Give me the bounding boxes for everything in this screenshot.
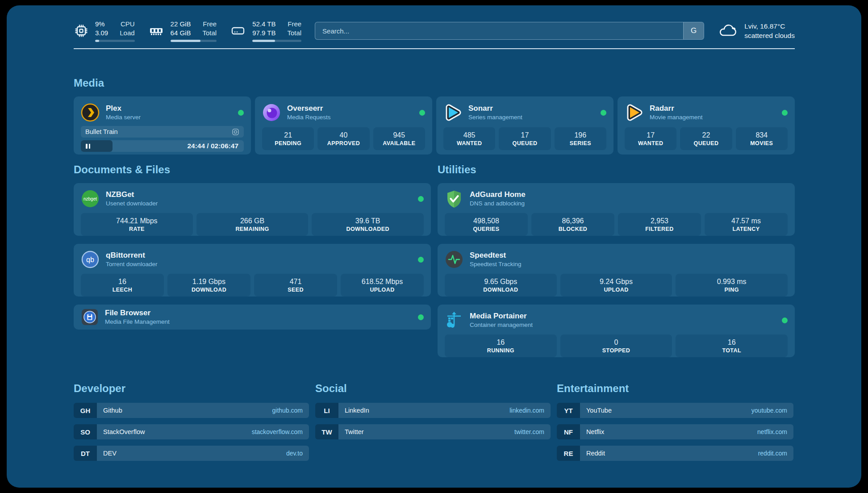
link-twitter[interactable]: TW Twitter twitter.com [315, 424, 551, 439]
section-title-entertainment: Entertainment [557, 382, 793, 395]
link-abbr-badge: YT [557, 403, 580, 418]
link-url: twitter.com [514, 428, 544, 435]
app-card-nzbget[interactable]: nzbget NZBGet Usenet downloader 744.21 M… [74, 183, 431, 236]
stat-value: 16 [83, 277, 161, 286]
stat-label: UPLOAD [563, 286, 670, 294]
stat-label: BLOCKED [534, 226, 612, 233]
stat-value: 86,396 [534, 216, 612, 226]
stat-tile: 86,396 BLOCKED [531, 213, 614, 236]
stat-tile: 0 STOPPED [560, 334, 672, 357]
app-card-portainer[interactable]: Media Portainer Container management 16 … [438, 305, 795, 357]
stat-label: FILTERED [621, 226, 698, 233]
disk-free-label: Free [287, 20, 301, 29]
stat-value: 471 [257, 277, 334, 286]
stat-tile: 9.24 Gbps UPLOAD [560, 274, 672, 297]
cpu-progress-track [95, 40, 135, 42]
status-dot [419, 110, 425, 116]
status-dot [782, 318, 788, 323]
link-url: dev.to [286, 450, 303, 457]
link-netflix[interactable]: NF Netflix netflix.com [557, 424, 793, 439]
link-dev-to[interactable]: DT DEV dev.to [74, 446, 309, 461]
window-frame: 9% 3.09 CPU Load [0, 0, 868, 493]
stat-tile: 40 APPROVED [317, 127, 369, 150]
link-youtube[interactable]: YT YouTube youtube.com [557, 403, 793, 418]
stat-label: APPROVED [320, 140, 367, 147]
playback-time: 24:44 / 02:06:47 [187, 142, 238, 150]
stat-tile: 16 RUNNING [445, 334, 557, 357]
app-subtitle: Movie management [650, 113, 776, 121]
pause-icon[interactable] [86, 144, 90, 149]
app-name: AdGuard Home [470, 190, 788, 200]
stat-tile: 16 TOTAL [676, 334, 788, 357]
search-engine-button[interactable]: G [683, 22, 704, 39]
playback-progress-bar[interactable]: 24:44 / 02:06:47 [81, 140, 244, 152]
link-abbr-badge: RE [557, 446, 580, 461]
section-title-documents: Documents & Files [74, 163, 431, 176]
stat-tile: 498,508 QUERIES [445, 213, 528, 236]
stat-value: 0.993 ms [678, 277, 785, 286]
now-playing-row: Bullet Train [81, 126, 244, 138]
app-subtitle: Speedtest Tracking [470, 260, 788, 268]
cpu-chip-icon [74, 23, 89, 38]
search-input[interactable] [315, 22, 683, 39]
stat-label: LEECH [83, 286, 161, 294]
stat-label: DOWNLOAD [170, 286, 248, 294]
weather-condition: scattered clouds [744, 31, 795, 40]
disk-progress-fill [252, 40, 275, 42]
stat-tile: 945 AVAILABLE [373, 127, 425, 150]
stat-value: 0 [563, 338, 670, 347]
stat-tile: 471 SEED [254, 274, 337, 297]
ram-free-value: 22 GiB [171, 20, 191, 29]
app-card-plex[interactable]: Plex Media server Bullet Train 24:44 / 0… [74, 96, 251, 155]
stat-label: RUNNING [447, 347, 554, 355]
cloud-icon [718, 23, 738, 39]
app-name: qBittorrent [106, 251, 412, 260]
nzbget-logo-icon: nzbget [81, 189, 100, 208]
link-reddit[interactable]: RE Reddit reddit.com [557, 446, 793, 461]
svg-text:nzbget: nzbget [83, 196, 97, 201]
app-subtitle: Media Requests [287, 113, 413, 121]
link-stackoverflow[interactable]: SO StackOverflow stackoverflow.com [74, 424, 309, 439]
app-card-speedtest[interactable]: Speedtest Speedtest Tracking 9.65 Gbps D… [438, 244, 795, 297]
link-github[interactable]: GH Github github.com [74, 403, 309, 418]
link-name: YouTube [586, 407, 612, 414]
cpu-load-label: Load [120, 29, 134, 38]
stat-label: WANTED [446, 140, 492, 147]
link-url: netflix.com [757, 428, 787, 435]
app-card-radarr[interactable]: Radarr Movie management 17 WANTED 22 QUE… [618, 96, 795, 155]
ram-progress-fill [171, 40, 200, 42]
plex-logo-icon [81, 103, 100, 122]
app-subtitle: Torrent downloader [106, 260, 412, 268]
app-subtitle: Media server [106, 113, 232, 121]
system-stats: 9% 3.09 CPU Load [74, 20, 301, 42]
camera-icon[interactable] [232, 128, 239, 136]
app-card-sonarr[interactable]: Sonarr Series management 485 WANTED 17 Q… [436, 96, 613, 155]
app-subtitle: Series management [468, 113, 594, 121]
disk-free-value: 52.4 TB [252, 20, 275, 29]
stat-value: 2,953 [621, 216, 698, 226]
stat-tile: 22 QUEUED [680, 127, 732, 150]
link-linkedin[interactable]: LI LinkedIn linkedin.com [315, 403, 551, 418]
stat-value: 945 [376, 130, 422, 140]
link-name: Reddit [586, 450, 605, 457]
link-url: youtube.com [751, 407, 787, 414]
stat-value: 834 [739, 130, 785, 140]
stat-value: 485 [446, 130, 492, 140]
stat-tile: 834 MOVIES [736, 127, 788, 150]
section-title-utilities: Utilities [438, 163, 795, 176]
app-card-overseerr[interactable]: Overseerr Media Requests 21 PENDING 40 A… [255, 96, 432, 155]
app-card-adguard[interactable]: AdGuard Home DNS and adblocking 498,508 … [438, 183, 795, 236]
weather-widget[interactable]: Lviv, 16.87°C scattered clouds [718, 21, 795, 40]
stat-value: 196 [557, 130, 604, 140]
link-name: Netflix [586, 428, 604, 435]
links-column-social: Social LI LinkedIn linkedin.com TW Twitt… [315, 382, 551, 467]
sonarr-logo-icon [443, 103, 462, 122]
app-card-filebrowser[interactable]: File Browser Media File Management [74, 305, 431, 330]
link-abbr-badge: TW [315, 424, 338, 439]
link-name: LinkedIn [345, 407, 369, 414]
app-card-qbittorrent[interactable]: qb qBittorrent Torrent downloader 16 LEE… [74, 244, 431, 297]
disk-total-label: Total [287, 29, 301, 38]
stat-label: SEED [257, 286, 334, 294]
stat-tile: 0.993 ms PING [676, 274, 788, 297]
stat-label: SERIES [557, 140, 604, 147]
